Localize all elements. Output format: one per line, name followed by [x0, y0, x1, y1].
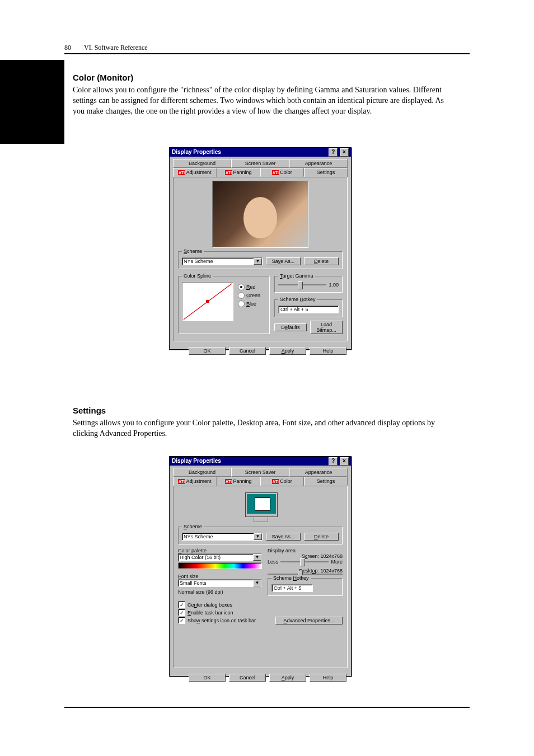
ati-icon: ATI — [225, 479, 232, 484]
group-label: Scheme Hotkey — [278, 297, 317, 302]
tab-color-active[interactable]: ATIColor — [260, 168, 304, 177]
page-rule-top — [64, 53, 470, 54]
chevron-down-icon[interactable]: ▼ — [253, 580, 261, 586]
group-label: Scheme Hotkey — [271, 575, 311, 581]
desktop-slider[interactable] — [268, 574, 343, 575]
apply-button[interactable]: Apply — [269, 347, 306, 355]
font-size-select[interactable]: Small Fonts ▼ — [178, 579, 262, 587]
gamma-value: 1.00 — [329, 282, 339, 288]
group-scheme-hotkey: Scheme Hotkey Ctrl + Alt + 5 — [274, 299, 343, 317]
font-size-value: Small Fonts — [179, 580, 253, 586]
rgb-radios: Red Green Blue — [238, 282, 260, 321]
tab-adjustment[interactable]: ATIAdjustment — [173, 168, 217, 177]
monitor-preview — [242, 492, 278, 522]
checkbox-icon: ✓ — [178, 601, 185, 608]
tab-appearance[interactable]: Appearance — [289, 159, 348, 168]
heading-color: Color (Monitor) — [73, 73, 133, 82]
group-scheme-hotkey: Scheme Hotkey Ctrl + Alt + 5 — [268, 578, 343, 596]
checkbox-icon: ✓ — [178, 617, 185, 624]
group-label: SSchemecheme — [182, 248, 204, 254]
ati-icon: ATI — [272, 170, 279, 175]
tab-panning[interactable]: ATIPanning — [217, 168, 260, 177]
delete-button[interactable]: Delete — [304, 257, 339, 265]
tab-background[interactable]: Background — [173, 159, 231, 168]
label-font-size: Font size — [178, 574, 262, 579]
load-bitmap-button[interactable]: Load Bitmap... — [310, 321, 343, 334]
label-display-area: Display area — [268, 548, 343, 553]
tabs: Background Screen Saver Appearance ATIAd… — [173, 159, 348, 177]
body-color: Color allows you to configure the "richn… — [73, 85, 453, 117]
ati-icon: ATI — [178, 479, 185, 484]
check-center-dialog[interactable]: ✓Center dialog boxes — [178, 601, 275, 608]
dialog-buttons: OK Cancel Apply Help — [170, 672, 351, 686]
close-icon[interactable]: × — [340, 148, 349, 157]
help-icon[interactable]: ? — [329, 148, 338, 157]
group-scheme: SSchemecheme NYs Scheme ▼ Save As... Del… — [178, 251, 343, 269]
spline-canvas[interactable] — [182, 282, 233, 321]
check-enable-taskbar[interactable]: ✓Enable task bar icon — [178, 609, 275, 616]
scheme-value: NYs Scheme — [182, 533, 254, 540]
tab-settings[interactable]: Settings — [304, 168, 348, 177]
tab-screen-saver[interactable]: Screen Saver — [231, 468, 289, 477]
group-scheme: Scheme NYs Scheme ▼ Save As... Delete — [178, 527, 343, 544]
more-label: More — [331, 559, 343, 565]
titlebar[interactable]: Display Properties ? × — [170, 457, 351, 466]
group-color-spline: Color Spline Red Green Blue — [178, 276, 270, 334]
hotkey-field[interactable]: Ctrl + Alt + 5 — [278, 306, 339, 313]
tab-color[interactable]: ATIColor — [260, 477, 304, 486]
tab-settings-active[interactable]: Settings — [304, 477, 348, 486]
color-palette-select[interactable]: High Color (16 bit) ▼ — [178, 553, 262, 561]
apply-button[interactable]: Apply — [269, 674, 306, 682]
ok-button[interactable]: OK — [189, 674, 226, 682]
group-label: Scheme — [182, 524, 204, 529]
cancel-button[interactable]: Cancel — [229, 347, 266, 355]
palette-preview — [178, 562, 262, 569]
tab-panning[interactable]: ATIPanning — [217, 477, 260, 486]
title-text: Display Properties — [172, 457, 221, 466]
radio-red[interactable]: Red — [238, 284, 260, 290]
preview-image — [212, 181, 308, 248]
ok-button[interactable]: OK — [189, 347, 226, 355]
titlebar-buttons: ? × — [328, 457, 349, 466]
help-button[interactable]: Help — [310, 674, 346, 682]
ati-icon: ATI — [225, 170, 232, 175]
page-number: 80 — [64, 44, 71, 52]
gamma-slider[interactable]: 1.00 — [278, 282, 339, 288]
dialog-settings: Display Properties ? × Background Screen… — [169, 456, 352, 677]
desktop-value: Desktop: 1024x768 — [268, 568, 343, 574]
color-palette-value: High Color (16 bit) — [179, 554, 253, 561]
radio-blue[interactable]: Blue — [238, 300, 260, 307]
ati-icon: ATI — [178, 170, 185, 175]
help-button[interactable]: Help — [310, 347, 346, 355]
chevron-down-icon[interactable]: ▼ — [253, 554, 261, 561]
advanced-properties-button[interactable]: Advanced Properties... — [275, 617, 343, 624]
defaults-button[interactable]: Defaults — [274, 323, 307, 331]
group-target-gamma: Target Gamma 1.00 — [274, 276, 343, 293]
help-icon[interactable]: ? — [329, 457, 338, 466]
titlebar[interactable]: Display Properties ? × — [170, 148, 351, 157]
save-as-button[interactable]: Save As... — [266, 533, 301, 541]
check-show-settings-icon[interactable]: ✓Show settings icon on task bar — [178, 617, 275, 624]
chevron-down-icon[interactable]: ▼ — [254, 533, 262, 540]
save-as-button[interactable]: Save As... — [266, 257, 301, 265]
tab-screen-saver[interactable]: Screen Saver — [231, 159, 289, 168]
close-icon[interactable]: × — [340, 457, 349, 466]
side-tab — [0, 60, 64, 144]
screen-value: Screen: 1024x768 — [268, 553, 343, 559]
cancel-button[interactable]: Cancel — [229, 674, 266, 682]
dialog-buttons: OK Cancel Apply Help — [170, 345, 351, 359]
radio-green[interactable]: Green — [238, 292, 260, 299]
tab-appearance[interactable]: Appearance — [289, 468, 348, 477]
group-label: Target Gamma — [278, 273, 315, 279]
screen-slider[interactable]: Less More — [268, 559, 343, 565]
tab-adjustment[interactable]: ATIAdjustment — [173, 477, 217, 486]
scheme-select[interactable]: NYs Scheme ▼ — [182, 533, 263, 541]
delete-button[interactable]: Delete — [304, 533, 339, 541]
tab-background[interactable]: Background — [173, 468, 231, 477]
chevron-down-icon[interactable]: ▼ — [254, 258, 262, 265]
heading-settings: Settings — [73, 406, 106, 415]
hotkey-field[interactable]: Ctrl + Alt + 5 — [271, 584, 313, 592]
page-rule-bottom — [64, 707, 470, 708]
panel-settings: Scheme NYs Scheme ▼ Save As... Delete Co… — [173, 486, 348, 668]
scheme-select[interactable]: NYs Scheme ▼ — [182, 257, 263, 265]
